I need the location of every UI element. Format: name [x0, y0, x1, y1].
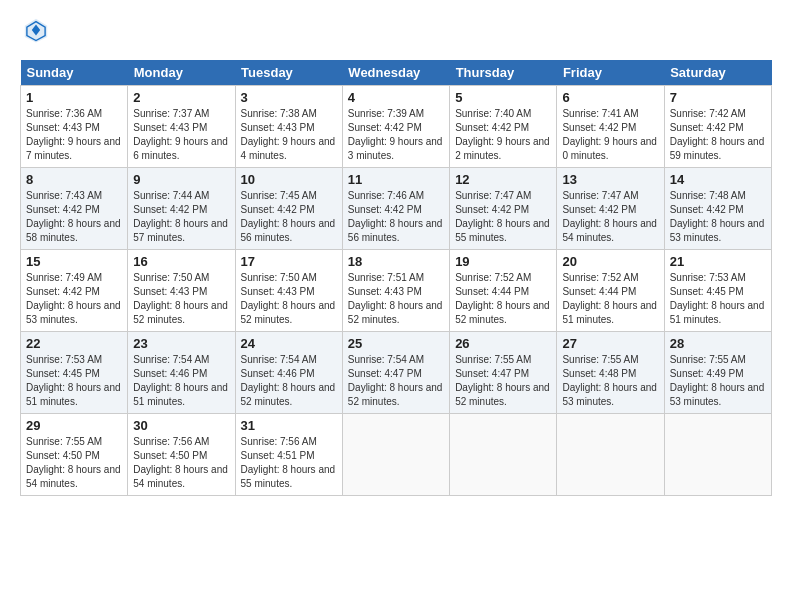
day-info: Sunrise: 7:54 AMSunset: 4:46 PMDaylight:…: [241, 353, 337, 409]
day-number: 3: [241, 90, 337, 105]
calendar-day-4: 4Sunrise: 7:39 AMSunset: 4:42 PMDaylight…: [342, 86, 449, 168]
day-number: 31: [241, 418, 337, 433]
day-info: Sunrise: 7:42 AMSunset: 4:42 PMDaylight:…: [670, 107, 766, 163]
calendar-day-7: 7Sunrise: 7:42 AMSunset: 4:42 PMDaylight…: [664, 86, 771, 168]
day-info: Sunrise: 7:53 AMSunset: 4:45 PMDaylight:…: [670, 271, 766, 327]
day-info: Sunrise: 7:55 AMSunset: 4:50 PMDaylight:…: [26, 435, 122, 491]
calendar-day-21: 21Sunrise: 7:53 AMSunset: 4:45 PMDayligh…: [664, 250, 771, 332]
day-number: 5: [455, 90, 551, 105]
calendar-week-1: 1Sunrise: 7:36 AMSunset: 4:43 PMDaylight…: [21, 86, 772, 168]
day-number: 12: [455, 172, 551, 187]
day-info: Sunrise: 7:50 AMSunset: 4:43 PMDaylight:…: [133, 271, 229, 327]
calendar-week-2: 8Sunrise: 7:43 AMSunset: 4:42 PMDaylight…: [21, 168, 772, 250]
header: [20, 16, 772, 48]
day-number: 15: [26, 254, 122, 269]
calendar-day-11: 11Sunrise: 7:46 AMSunset: 4:42 PMDayligh…: [342, 168, 449, 250]
logo-icon: [22, 16, 50, 44]
logo: [20, 16, 50, 48]
day-info: Sunrise: 7:56 AMSunset: 4:51 PMDaylight:…: [241, 435, 337, 491]
day-info: Sunrise: 7:40 AMSunset: 4:42 PMDaylight:…: [455, 107, 551, 163]
day-header-monday: Monday: [128, 60, 235, 86]
calendar-day-13: 13Sunrise: 7:47 AMSunset: 4:42 PMDayligh…: [557, 168, 664, 250]
day-number: 22: [26, 336, 122, 351]
calendar-week-5: 29Sunrise: 7:55 AMSunset: 4:50 PMDayligh…: [21, 414, 772, 496]
day-info: Sunrise: 7:55 AMSunset: 4:49 PMDaylight:…: [670, 353, 766, 409]
calendar-day-23: 23Sunrise: 7:54 AMSunset: 4:46 PMDayligh…: [128, 332, 235, 414]
day-number: 25: [348, 336, 444, 351]
calendar-day-1: 1Sunrise: 7:36 AMSunset: 4:43 PMDaylight…: [21, 86, 128, 168]
day-number: 19: [455, 254, 551, 269]
day-number: 9: [133, 172, 229, 187]
day-number: 16: [133, 254, 229, 269]
day-number: 7: [670, 90, 766, 105]
day-info: Sunrise: 7:46 AMSunset: 4:42 PMDaylight:…: [348, 189, 444, 245]
calendar-day-25: 25Sunrise: 7:54 AMSunset: 4:47 PMDayligh…: [342, 332, 449, 414]
day-number: 17: [241, 254, 337, 269]
day-info: Sunrise: 7:49 AMSunset: 4:42 PMDaylight:…: [26, 271, 122, 327]
day-number: 30: [133, 418, 229, 433]
day-info: Sunrise: 7:50 AMSunset: 4:43 PMDaylight:…: [241, 271, 337, 327]
day-info: Sunrise: 7:43 AMSunset: 4:42 PMDaylight:…: [26, 189, 122, 245]
empty-cell: [557, 414, 664, 496]
day-info: Sunrise: 7:47 AMSunset: 4:42 PMDaylight:…: [455, 189, 551, 245]
calendar-day-17: 17Sunrise: 7:50 AMSunset: 4:43 PMDayligh…: [235, 250, 342, 332]
page-container: SundayMondayTuesdayWednesdayThursdayFrid…: [0, 0, 792, 506]
day-info: Sunrise: 7:52 AMSunset: 4:44 PMDaylight:…: [455, 271, 551, 327]
calendar-day-3: 3Sunrise: 7:38 AMSunset: 4:43 PMDaylight…: [235, 86, 342, 168]
day-info: Sunrise: 7:41 AMSunset: 4:42 PMDaylight:…: [562, 107, 658, 163]
day-number: 6: [562, 90, 658, 105]
empty-cell: [342, 414, 449, 496]
day-header-sunday: Sunday: [21, 60, 128, 86]
day-info: Sunrise: 7:39 AMSunset: 4:42 PMDaylight:…: [348, 107, 444, 163]
day-header-thursday: Thursday: [450, 60, 557, 86]
calendar-day-14: 14Sunrise: 7:48 AMSunset: 4:42 PMDayligh…: [664, 168, 771, 250]
calendar-day-12: 12Sunrise: 7:47 AMSunset: 4:42 PMDayligh…: [450, 168, 557, 250]
calendar-week-4: 22Sunrise: 7:53 AMSunset: 4:45 PMDayligh…: [21, 332, 772, 414]
calendar-day-26: 26Sunrise: 7:55 AMSunset: 4:47 PMDayligh…: [450, 332, 557, 414]
calendar-day-20: 20Sunrise: 7:52 AMSunset: 4:44 PMDayligh…: [557, 250, 664, 332]
calendar-day-10: 10Sunrise: 7:45 AMSunset: 4:42 PMDayligh…: [235, 168, 342, 250]
day-number: 27: [562, 336, 658, 351]
day-header-tuesday: Tuesday: [235, 60, 342, 86]
day-number: 26: [455, 336, 551, 351]
calendar-day-24: 24Sunrise: 7:54 AMSunset: 4:46 PMDayligh…: [235, 332, 342, 414]
day-info: Sunrise: 7:45 AMSunset: 4:42 PMDaylight:…: [241, 189, 337, 245]
day-number: 23: [133, 336, 229, 351]
day-header-wednesday: Wednesday: [342, 60, 449, 86]
day-number: 11: [348, 172, 444, 187]
day-info: Sunrise: 7:55 AMSunset: 4:48 PMDaylight:…: [562, 353, 658, 409]
day-number: 20: [562, 254, 658, 269]
day-number: 8: [26, 172, 122, 187]
day-info: Sunrise: 7:48 AMSunset: 4:42 PMDaylight:…: [670, 189, 766, 245]
day-number: 10: [241, 172, 337, 187]
day-info: Sunrise: 7:56 AMSunset: 4:50 PMDaylight:…: [133, 435, 229, 491]
day-number: 4: [348, 90, 444, 105]
day-header-friday: Friday: [557, 60, 664, 86]
calendar-day-28: 28Sunrise: 7:55 AMSunset: 4:49 PMDayligh…: [664, 332, 771, 414]
day-number: 18: [348, 254, 444, 269]
day-info: Sunrise: 7:38 AMSunset: 4:43 PMDaylight:…: [241, 107, 337, 163]
day-info: Sunrise: 7:53 AMSunset: 4:45 PMDaylight:…: [26, 353, 122, 409]
day-number: 2: [133, 90, 229, 105]
day-info: Sunrise: 7:52 AMSunset: 4:44 PMDaylight:…: [562, 271, 658, 327]
calendar-day-15: 15Sunrise: 7:49 AMSunset: 4:42 PMDayligh…: [21, 250, 128, 332]
day-info: Sunrise: 7:51 AMSunset: 4:43 PMDaylight:…: [348, 271, 444, 327]
calendar-day-8: 8Sunrise: 7:43 AMSunset: 4:42 PMDaylight…: [21, 168, 128, 250]
day-number: 13: [562, 172, 658, 187]
empty-cell: [450, 414, 557, 496]
calendar-day-5: 5Sunrise: 7:40 AMSunset: 4:42 PMDaylight…: [450, 86, 557, 168]
calendar-day-2: 2Sunrise: 7:37 AMSunset: 4:43 PMDaylight…: [128, 86, 235, 168]
day-number: 21: [670, 254, 766, 269]
day-info: Sunrise: 7:36 AMSunset: 4:43 PMDaylight:…: [26, 107, 122, 163]
day-number: 24: [241, 336, 337, 351]
calendar-day-29: 29Sunrise: 7:55 AMSunset: 4:50 PMDayligh…: [21, 414, 128, 496]
day-number: 1: [26, 90, 122, 105]
calendar-day-19: 19Sunrise: 7:52 AMSunset: 4:44 PMDayligh…: [450, 250, 557, 332]
calendar-day-31: 31Sunrise: 7:56 AMSunset: 4:51 PMDayligh…: [235, 414, 342, 496]
calendar-day-6: 6Sunrise: 7:41 AMSunset: 4:42 PMDaylight…: [557, 86, 664, 168]
day-number: 14: [670, 172, 766, 187]
day-info: Sunrise: 7:44 AMSunset: 4:42 PMDaylight:…: [133, 189, 229, 245]
day-info: Sunrise: 7:55 AMSunset: 4:47 PMDaylight:…: [455, 353, 551, 409]
calendar-week-3: 15Sunrise: 7:49 AMSunset: 4:42 PMDayligh…: [21, 250, 772, 332]
day-number: 29: [26, 418, 122, 433]
